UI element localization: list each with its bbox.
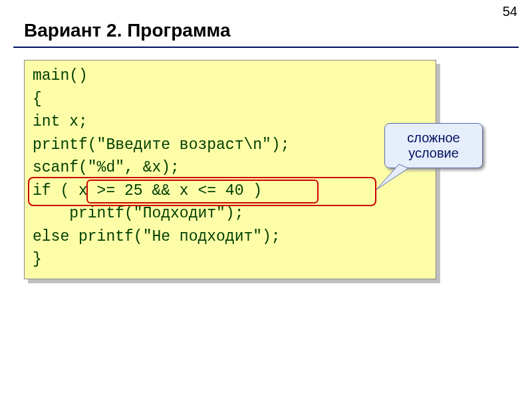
code-line: else printf("Не подходит"); [33, 225, 428, 249]
code-line: if ( x >= 25 && x <= 40 ) [33, 180, 428, 203]
code-line: scanf("%d", &x); [33, 156, 428, 180]
code-line: { [33, 88, 428, 111]
callout-bubble: сложное условие [384, 123, 483, 168]
code-line: printf("Подходит"); [33, 202, 428, 225]
code-line: printf("Введите возраст\n"); [33, 134, 428, 157]
code-box: main() { int x; printf("Введите возраст\… [24, 60, 436, 279]
svg-marker-0 [376, 164, 408, 190]
title-rule [13, 47, 519, 48]
slide-title: Вариант 2. Программа [24, 20, 231, 41]
callout-text-line1: сложное [407, 130, 460, 145]
code-line: int x; [33, 110, 428, 134]
code-line: } [33, 248, 428, 271]
code-line: main() [33, 65, 428, 88]
slide: 54 Вариант 2. Программа main() { int x; … [0, 0, 532, 399]
page-number: 54 [503, 4, 517, 19]
callout-text-line2: условие [408, 146, 459, 160]
